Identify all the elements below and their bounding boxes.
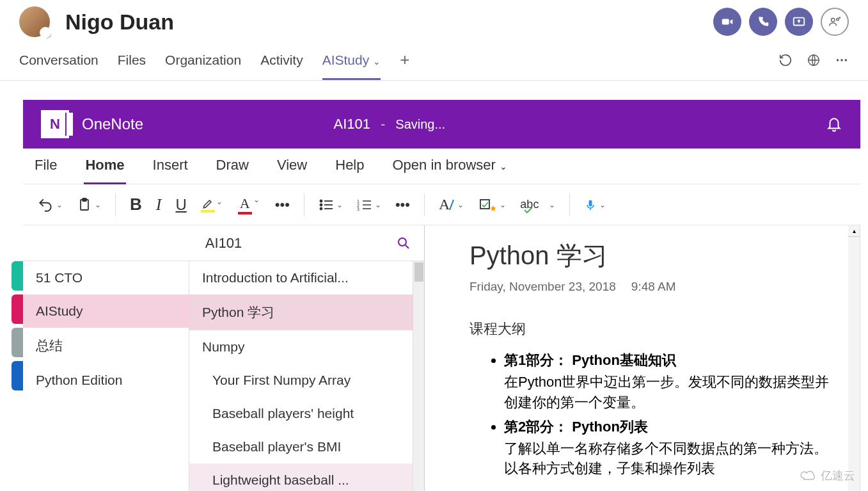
- page-item[interactable]: Numpy: [189, 330, 424, 364]
- page-item[interactable]: Introduction to Artificial...: [189, 261, 424, 294]
- page-time: 9:48 AM: [631, 280, 676, 294]
- undo-button[interactable]: ⌄: [32, 193, 68, 217]
- page-item[interactable]: Baseball player's BMI: [189, 430, 424, 463]
- avatar[interactable]: ✕: [19, 6, 50, 37]
- notebook-name[interactable]: AI101: [205, 235, 242, 252]
- underline-button[interactable]: U: [170, 192, 191, 218]
- section-heading[interactable]: 课程大纲: [470, 319, 834, 339]
- app-name: OneNote: [82, 115, 143, 133]
- page-item[interactable]: Your First Numpy Array: [189, 364, 424, 397]
- bullets-button[interactable]: ⌄: [313, 195, 348, 215]
- presence-icon: ✕: [42, 29, 51, 38]
- globe-icon[interactable]: [807, 53, 821, 67]
- save-status: Saving...: [395, 117, 445, 132]
- section-item[interactable]: AIStudy: [23, 294, 189, 328]
- refresh-icon[interactable]: [778, 53, 793, 67]
- tab-activity[interactable]: Activity: [260, 46, 303, 80]
- tab-aistudy[interactable]: AIStudy⌄: [322, 46, 381, 80]
- dictate-button[interactable]: ⌄: [579, 192, 611, 218]
- ribbon-view[interactable]: View: [276, 148, 308, 184]
- chevron-down-icon: ⌄: [373, 56, 381, 67]
- page-item[interactable]: Lightweight baseball ...: [189, 463, 424, 491]
- search-icon[interactable]: [396, 236, 411, 251]
- svg-line-25: [406, 245, 409, 248]
- scrollbar[interactable]: ▴: [848, 225, 860, 491]
- page-content[interactable]: Python 学习 Friday, November 23, 2018 9:48…: [425, 225, 860, 491]
- section-item[interactable]: 总结: [23, 328, 189, 364]
- font-color-button[interactable]: A⌄: [233, 191, 257, 218]
- video-call-button[interactable]: [713, 8, 741, 36]
- svg-rect-22: [480, 200, 489, 209]
- onenote-logo-icon: N: [41, 110, 69, 138]
- more-formatting-button[interactable]: •••: [270, 193, 295, 217]
- tab-conversation[interactable]: Conversation: [19, 46, 99, 80]
- section-color-tab[interactable]: [12, 261, 23, 291]
- svg-point-6: [840, 59, 843, 61]
- ribbon-open-browser[interactable]: Open in browser⌄: [391, 148, 509, 184]
- user-name: Nigo Duan: [65, 10, 174, 35]
- section-item[interactable]: 51 CTO: [23, 261, 189, 294]
- page-title[interactable]: Python 学习: [470, 238, 834, 273]
- svg-rect-0: [722, 19, 729, 24]
- ribbon-draw[interactable]: Draw: [215, 148, 250, 184]
- styles-button[interactable]: A⌄: [434, 192, 469, 217]
- section-color-tab[interactable]: [12, 328, 23, 357]
- page-item[interactable]: Baseball players' height: [189, 397, 424, 430]
- notifications-icon[interactable]: [826, 116, 842, 133]
- italic-button[interactable]: I: [151, 191, 167, 218]
- section-color-tab[interactable]: [12, 361, 23, 390]
- audio-call-button[interactable]: [749, 8, 777, 36]
- page-item[interactable]: Python 学习: [189, 294, 424, 330]
- scroll-up-icon[interactable]: ▴: [848, 225, 860, 237]
- add-people-button[interactable]: [821, 8, 849, 36]
- list-item[interactable]: 第1部分： Python基础知识在Python世界中迈出第一步。发现不同的数据类…: [504, 350, 834, 413]
- ribbon-file[interactable]: File: [33, 148, 58, 184]
- svg-text:3: 3: [357, 207, 359, 211]
- bold-button[interactable]: B: [125, 191, 147, 218]
- watermark: 亿速云: [799, 468, 855, 483]
- svg-point-5: [837, 59, 839, 61]
- chevron-down-icon: ⌄: [500, 161, 507, 172]
- svg-rect-23: [589, 200, 592, 206]
- tab-files[interactable]: Files: [118, 46, 146, 80]
- svg-point-14: [320, 207, 322, 209]
- page-date: Friday, November 23, 2018: [470, 280, 616, 294]
- ribbon-home[interactable]: Home: [84, 148, 125, 184]
- numbering-button[interactable]: 123⌄: [352, 195, 386, 215]
- share-screen-button[interactable]: [785, 8, 813, 36]
- list-item[interactable]: 第2部分： Python列表了解以单一名称存储多个不同数据点的第一种方法。以各种…: [504, 417, 834, 479]
- svg-point-2: [832, 19, 835, 22]
- svg-point-3: [837, 19, 839, 21]
- ribbon-insert[interactable]: Insert: [152, 148, 189, 184]
- tags-button[interactable]: ⌄: [473, 193, 511, 216]
- document-name[interactable]: AI101: [333, 116, 370, 133]
- svg-point-10: [320, 200, 322, 202]
- svg-point-7: [845, 59, 848, 61]
- ribbon-help[interactable]: Help: [334, 148, 365, 184]
- more-icon[interactable]: [835, 53, 849, 67]
- separator: -: [381, 116, 385, 133]
- spellcheck-button[interactable]: abc⌄: [515, 192, 560, 218]
- add-tab-button[interactable]: +: [400, 50, 409, 76]
- svg-point-24: [398, 238, 406, 246]
- tab-organization[interactable]: Organization: [165, 46, 241, 80]
- paste-button[interactable]: ⌄: [72, 192, 106, 218]
- svg-point-12: [320, 204, 322, 205]
- more-paragraph-button[interactable]: •••: [390, 193, 415, 217]
- section-color-tab[interactable]: [12, 294, 23, 324]
- highlight-button[interactable]: ⌄: [196, 193, 220, 216]
- section-item[interactable]: Python Edition: [23, 364, 189, 397]
- scrollbar[interactable]: [413, 261, 424, 491]
